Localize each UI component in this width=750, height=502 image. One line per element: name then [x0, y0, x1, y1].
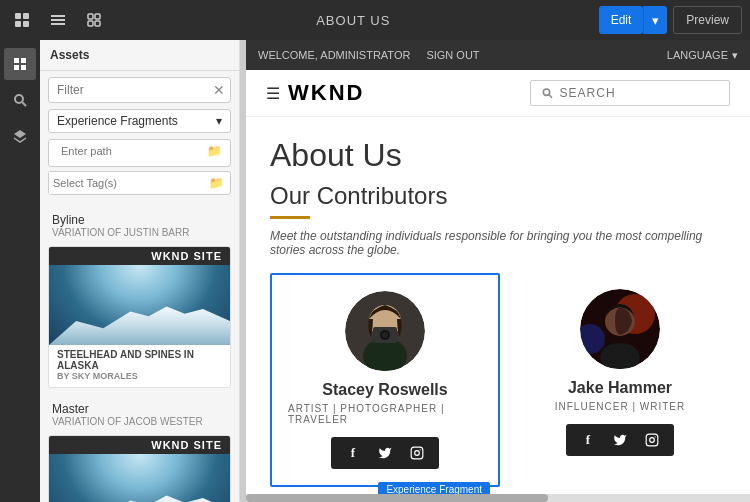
- site-label: WKND SITE: [49, 247, 230, 265]
- svg-rect-2: [15, 21, 21, 27]
- logo-area: ☰ WKND: [266, 80, 364, 106]
- svg-rect-11: [14, 58, 19, 63]
- svg-point-25: [382, 332, 388, 338]
- svg-point-15: [15, 95, 23, 103]
- social-bar: f: [331, 437, 439, 469]
- svg-rect-13: [14, 65, 19, 70]
- svg-rect-1: [23, 13, 29, 19]
- about-title: About Us: [270, 137, 726, 174]
- svg-point-27: [415, 451, 420, 456]
- tags-input[interactable]: [49, 172, 203, 194]
- svg-point-36: [655, 436, 656, 437]
- content-area: WELCOME, ADMINISTRATOR SIGN OUT LANGUAGE…: [246, 40, 750, 502]
- edit-button[interactable]: Edit: [599, 6, 644, 34]
- scrollbar-thumb[interactable]: [246, 494, 548, 502]
- svg-rect-4: [51, 15, 65, 17]
- language-chevron-icon: ▾: [732, 49, 738, 62]
- svg-point-35: [650, 438, 655, 443]
- path-row: 📁: [48, 139, 231, 167]
- twitter-icon[interactable]: [610, 430, 630, 450]
- image-inner: [49, 454, 230, 502]
- page-title: ABOUT US: [316, 13, 390, 28]
- layers-icon-btn[interactable]: [4, 120, 36, 152]
- tags-folder-icon[interactable]: 📁: [203, 176, 230, 190]
- hamburger-icon[interactable]: ☰: [266, 84, 280, 103]
- main-layout: Assets ✕ Experience Fragments ▾ 📁 📁 Byli…: [0, 40, 750, 502]
- list-item[interactable]: Master VARIATION OF JACOB WESTER: [40, 394, 239, 429]
- horizontal-scrollbar[interactable]: [246, 494, 750, 502]
- svg-rect-9: [88, 21, 93, 26]
- sign-out-link[interactable]: SIGN OUT: [426, 49, 479, 61]
- twitter-icon[interactable]: [375, 443, 395, 463]
- asset-image: [49, 454, 230, 502]
- svg-rect-26: [411, 447, 423, 459]
- asset-image: [49, 265, 230, 345]
- gold-divider: [270, 216, 310, 219]
- admin-bar: WELCOME, ADMINISTRATOR SIGN OUT LANGUAGE…: [246, 40, 750, 70]
- social-bar: f: [566, 424, 674, 456]
- svg-marker-17: [14, 130, 26, 138]
- list-item[interactable]: WKND SITE STEELHEAD AND SPINES IN ALASKA…: [48, 435, 231, 502]
- search-icon: [541, 86, 554, 100]
- toolbar-left: [8, 6, 108, 34]
- svg-rect-5: [51, 19, 65, 21]
- path-input[interactable]: [57, 140, 207, 162]
- contributor-card-jake[interactable]: Jake Hammer INFLUENCER | WRITER f: [520, 273, 720, 487]
- list-item[interactable]: WKND SITE STEELHEAD AND SPINES IN ALASKA…: [48, 246, 231, 388]
- avatar-jake: [580, 289, 660, 369]
- experience-fragments-dropdown[interactable]: Experience Fragments ▾: [48, 109, 231, 133]
- folder-icon[interactable]: 📁: [207, 144, 222, 158]
- tags-row: 📁: [48, 171, 231, 195]
- facebook-icon[interactable]: f: [343, 443, 363, 463]
- contributor-card-stacey[interactable]: Stacey Roswells ARTIST | PHOTOGRAPHER | …: [270, 273, 500, 487]
- stacey-avatar-image: [345, 291, 425, 371]
- page-content: ☰ WKND About Us Our Contributors Meet th…: [246, 70, 750, 494]
- contributor-role: ARTIST | PHOTOGRAPHER | TRAVELER: [288, 403, 482, 425]
- site-label: WKND SITE: [49, 436, 230, 454]
- toolbar-right: Edit ▾ Preview: [599, 6, 742, 34]
- layout-icon-btn[interactable]: [8, 6, 36, 34]
- contributor-name: Stacey Roswells: [322, 381, 447, 399]
- caption-sub: by sky morales: [57, 371, 222, 381]
- svg-rect-0: [15, 13, 21, 19]
- svg-rect-3: [23, 21, 29, 27]
- search-bar[interactable]: [530, 80, 730, 106]
- svg-rect-7: [88, 14, 93, 19]
- svg-rect-6: [51, 23, 65, 25]
- svg-rect-8: [95, 14, 100, 19]
- asset-name: Byline: [52, 213, 227, 227]
- svg-rect-34: [646, 434, 658, 446]
- assets-icon-btn[interactable]: [4, 48, 36, 80]
- svg-point-28: [420, 449, 421, 450]
- svg-point-18: [543, 89, 549, 95]
- svg-rect-12: [21, 58, 26, 63]
- filter-row: ✕: [40, 71, 239, 109]
- contributor-name: Jake Hammer: [568, 379, 672, 397]
- svg-rect-14: [21, 65, 26, 70]
- list-item[interactable]: Byline VARIATION OF JUSTIN BARR: [40, 205, 239, 240]
- filter-clear-button[interactable]: ✕: [213, 82, 225, 98]
- sidebar-icons: [0, 40, 40, 502]
- component-icon-btn[interactable]: [80, 6, 108, 34]
- dropdown-label: Experience Fragments: [57, 114, 178, 128]
- instagram-icon[interactable]: [407, 443, 427, 463]
- facebook-icon[interactable]: f: [578, 430, 598, 450]
- search-input[interactable]: [560, 86, 719, 100]
- contributors-title: Our Contributors: [270, 182, 726, 210]
- edit-dropdown-button[interactable]: ▾: [643, 6, 667, 34]
- tree-icon-btn[interactable]: [44, 6, 72, 34]
- preview-button[interactable]: Preview: [673, 6, 742, 34]
- svg-line-16: [23, 103, 27, 107]
- instagram-icon[interactable]: [642, 430, 662, 450]
- svg-rect-10: [95, 21, 100, 26]
- language-label[interactable]: LANGUAGE: [667, 49, 728, 61]
- jake-avatar-image: [580, 289, 660, 369]
- asset-name: Master: [52, 402, 227, 416]
- filter-input[interactable]: [48, 77, 231, 103]
- welcome-text: WELCOME, ADMINISTRATOR: [258, 49, 410, 61]
- search-side-icon-btn[interactable]: [4, 84, 36, 116]
- contributor-role: INFLUENCER | WRITER: [555, 401, 686, 412]
- asset-variation: VARIATION OF JACOB WESTER: [52, 416, 227, 427]
- svg-line-19: [549, 95, 552, 98]
- admin-bar-left: WELCOME, ADMINISTRATOR SIGN OUT: [258, 49, 480, 61]
